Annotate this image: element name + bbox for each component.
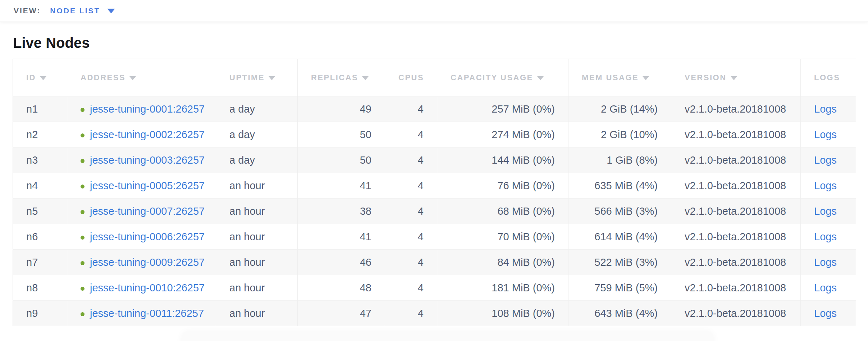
table-row: n8 jesse-tuning-0010:26257 an hour 48 4 …: [13, 275, 856, 301]
logs-link[interactable]: Logs: [814, 205, 837, 217]
cell-uptime: a day: [216, 122, 298, 147]
logs-link[interactable]: Logs: [814, 231, 837, 242]
cell-mem-usage: 2 GiB (14%): [568, 96, 671, 122]
column-header-address[interactable]: ADDRESS: [67, 59, 216, 96]
column-header-label: UPTIME: [229, 73, 265, 82]
table-row: n9 jesse-tuning-0011:26257 an hour 47 4 …: [13, 301, 856, 326]
logs-link[interactable]: Logs: [814, 103, 837, 115]
node-live-status-dot-icon: [81, 261, 84, 265]
cell-cpus: 4: [385, 122, 437, 147]
cell-capacity-usage: 70 MiB (0%): [437, 224, 568, 250]
cell-cpus: 4: [385, 147, 437, 173]
node-address-link[interactable]: jesse-tuning-0003:26257: [90, 154, 205, 166]
cell-cpus: 4: [385, 301, 437, 326]
node-live-status-dot-icon: [81, 236, 84, 240]
view-dropdown[interactable]: NODE LIST: [50, 6, 115, 15]
cell-address: jesse-tuning-0001:26257: [67, 96, 216, 122]
table-row: n7 jesse-tuning-0009:26257 an hour 46 4 …: [13, 250, 856, 275]
cell-address: jesse-tuning-0005:26257: [67, 173, 216, 199]
cell-logs: Logs: [801, 122, 856, 147]
cell-capacity-usage: 257 MiB (0%): [437, 96, 568, 122]
column-header-replicas[interactable]: REPLICAS: [298, 59, 385, 96]
node-address-link[interactable]: jesse-tuning-0001:26257: [90, 103, 205, 115]
cell-logs: Logs: [801, 301, 856, 326]
cell-capacity-usage: 181 MiB (0%): [437, 275, 568, 301]
cell-address: jesse-tuning-0003:26257: [67, 147, 216, 173]
cell-version: v2.1.0-beta.20181008: [671, 96, 801, 122]
column-header-mem[interactable]: MEM USAGE: [568, 59, 671, 96]
column-header-label: ADDRESS: [81, 73, 125, 82]
view-selector-bar: VIEW: NODE LIST: [0, 0, 868, 22]
sort-desc-icon: [269, 76, 275, 80]
cell-cpus: 4: [385, 224, 437, 250]
node-live-status-dot-icon: [81, 108, 84, 112]
cell-address: jesse-tuning-0007:26257: [67, 199, 216, 224]
cell-mem-usage: 1 GiB (8%): [568, 147, 671, 173]
cell-logs: Logs: [801, 96, 856, 122]
cell-capacity-usage: 108 MiB (0%): [437, 301, 568, 326]
cell-mem-usage: 566 MiB (3%): [568, 199, 671, 224]
cell-replicas: 47: [298, 301, 385, 326]
column-header-label: REPLICAS: [311, 73, 358, 82]
cell-version: v2.1.0-beta.20181008: [671, 250, 801, 275]
table-row: n3 jesse-tuning-0003:26257 a day 50 4 14…: [13, 147, 856, 173]
column-header-id[interactable]: ID: [13, 59, 67, 96]
logs-link[interactable]: Logs: [814, 129, 837, 140]
table-header-row: IDADDRESSUPTIMEREPLICASCPUSCAPACITY USAG…: [13, 59, 856, 96]
cell-version: v2.1.0-beta.20181008: [671, 147, 801, 173]
sort-desc-icon: [40, 76, 46, 80]
column-header-capacity[interactable]: CAPACITY USAGE: [437, 59, 568, 96]
node-live-status-dot-icon: [81, 312, 84, 316]
column-header-version[interactable]: VERSION: [671, 59, 801, 96]
cell-version: v2.1.0-beta.20181008: [671, 275, 801, 301]
cell-replicas: 48: [298, 275, 385, 301]
sort-desc-icon: [731, 76, 737, 80]
node-address-link[interactable]: jesse-tuning-0009:26257: [90, 256, 205, 268]
cell-replicas: 41: [298, 224, 385, 250]
table-row: n4 jesse-tuning-0005:26257 an hour 41 4 …: [13, 173, 856, 199]
logs-link[interactable]: Logs: [814, 282, 837, 294]
node-address-link[interactable]: jesse-tuning-0011:26257: [90, 308, 204, 319]
cell-uptime: an hour: [216, 275, 298, 301]
logs-link[interactable]: Logs: [814, 180, 837, 191]
table-body: n1 jesse-tuning-0001:26257 a day 49 4 25…: [13, 96, 856, 326]
column-header-label: CPUS: [398, 73, 424, 82]
cell-id: n4: [13, 173, 67, 199]
page-title: Live Nodes: [13, 34, 868, 51]
column-header-cpus: CPUS: [385, 59, 437, 96]
sort-desc-icon: [129, 76, 136, 80]
cell-version: v2.1.0-beta.20181008: [671, 301, 801, 326]
cell-cpus: 4: [385, 250, 437, 275]
cell-replicas: 38: [298, 199, 385, 224]
cell-mem-usage: 759 MiB (5%): [568, 275, 671, 301]
node-address-link[interactable]: jesse-tuning-0005:26257: [90, 180, 205, 191]
cell-version: v2.1.0-beta.20181008: [671, 224, 801, 250]
cell-uptime: a day: [216, 147, 298, 173]
cell-replicas: 50: [298, 122, 385, 147]
node-address-link[interactable]: jesse-tuning-0010:26257: [90, 282, 205, 294]
cell-uptime: a day: [216, 96, 298, 122]
sort-desc-icon: [643, 76, 649, 80]
cell-mem-usage: 614 MiB (4%): [568, 224, 671, 250]
cell-uptime: an hour: [216, 173, 298, 199]
column-header-label: MEM USAGE: [582, 73, 639, 82]
column-header-label: CAPACITY USAGE: [451, 73, 533, 82]
logs-link[interactable]: Logs: [814, 256, 837, 268]
node-address-link[interactable]: jesse-tuning-0006:26257: [90, 231, 205, 242]
logs-link[interactable]: Logs: [814, 308, 837, 319]
node-address-link[interactable]: jesse-tuning-0007:26257: [90, 205, 205, 217]
node-address-link[interactable]: jesse-tuning-0002:26257: [90, 129, 205, 140]
cell-capacity-usage: 76 MiB (0%): [437, 173, 568, 199]
column-header-uptime[interactable]: UPTIME: [216, 59, 298, 96]
cell-logs: Logs: [801, 173, 856, 199]
cell-logs: Logs: [801, 224, 856, 250]
logs-link[interactable]: Logs: [814, 154, 837, 166]
cell-id: n8: [13, 275, 67, 301]
table-header: IDADDRESSUPTIMEREPLICASCPUSCAPACITY USAG…: [13, 59, 856, 96]
cell-id: n2: [13, 122, 67, 147]
cell-capacity-usage: 144 MiB (0%): [437, 147, 568, 173]
column-header-label: LOGS: [814, 73, 840, 82]
cell-version: v2.1.0-beta.20181008: [671, 173, 801, 199]
cell-address: jesse-tuning-0006:26257: [67, 224, 216, 250]
cell-version: v2.1.0-beta.20181008: [671, 122, 801, 147]
